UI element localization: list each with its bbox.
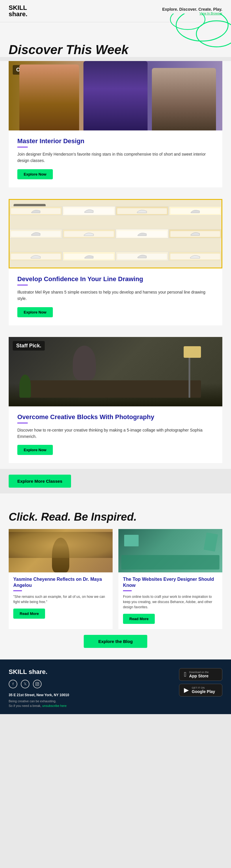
blog-card-2-read-more[interactable]: Read More [123, 614, 155, 624]
section1-underline [17, 147, 28, 148]
section3-underline [17, 423, 28, 424]
grid-cell [9, 229, 62, 238]
blog-card-1-quote: "She remains such an example, for all of… [13, 594, 108, 604]
footer-text-2: So if you need a break, unsubscribe here [9, 704, 179, 708]
footer-logo: SKILL share. [9, 668, 179, 676]
instagram-icon[interactable] [33, 680, 42, 688]
footer-social: f 𝕏 [9, 680, 179, 688]
explore-more-button[interactable]: Explore More Classes [9, 475, 71, 488]
section3-block: Overcome Creative Blocks With Photograph… [9, 406, 222, 463]
section1-block: Master Interior Design Join designer Emi… [9, 130, 222, 187]
section2-image: Staff Pick. [9, 199, 222, 269]
grid-cell [169, 229, 222, 238]
blog-image-designer [118, 529, 222, 572]
blog-card-1-content: Yasmine Cheyenne Reflects on Dr. Maya An… [9, 572, 113, 624]
section3-desc: Discover how to re-center your creative … [17, 427, 214, 440]
footer: SKILL share. f 𝕏 35 E 21st Street, New Y… [0, 659, 231, 714]
section1-image-wrapper: Original [0, 61, 231, 130]
blog-image-yasmine [9, 529, 113, 572]
app-store-text: Download on the App Store [189, 671, 209, 678]
section1-cta-button[interactable]: Explore Now [17, 169, 53, 179]
blog-card-1-read-more[interactable]: Read More [13, 609, 45, 619]
google-play-icon: ▶ [184, 686, 189, 694]
blog-card-1: Yasmine Cheyenne Reflects on Dr. Maya An… [9, 529, 113, 629]
svg-point-4 [36, 683, 38, 685]
blog-card-2-desc: From online tools to craft your work to … [123, 594, 218, 610]
section1-title: Master Interior Design [17, 137, 214, 145]
grid-cell [63, 229, 115, 238]
google-play-button[interactable]: ▶ GET IT ON Google Play [179, 684, 222, 696]
google-play-text: GET IT ON Google Play [192, 686, 215, 694]
blog-card-1-underline [13, 590, 22, 591]
explore-blog-button[interactable]: Explore the Blog [84, 635, 147, 648]
logo: SKILL share. [9, 5, 28, 18]
section2-image-wrapper: Staff Pick. [0, 199, 231, 269]
grid-cell [63, 206, 115, 215]
blog-card-2: The Top Websites Every Designer Should K… [118, 529, 222, 629]
section3-image-wrapper: Staff Pick. [0, 337, 231, 406]
blog-card-2-content: The Top Websites Every Designer Should K… [118, 572, 222, 629]
section2-content: Develop Confidence In Your Line Drawing … [0, 269, 231, 331]
header-tagline: Explore. Discover. Create. Play. [162, 7, 222, 11]
twitter-icon[interactable]: 𝕏 [21, 680, 30, 688]
svg-point-2 [170, 13, 205, 30]
grid-cell [116, 206, 168, 215]
blog-card-2-underline [123, 590, 132, 591]
blog-card-1-title: Yasmine Cheyenne Reflects on Dr. Maya An… [13, 577, 108, 589]
svg-point-0 [176, 13, 228, 41]
grid-cell [116, 252, 168, 261]
grid-cell [169, 206, 222, 215]
section3-badge: Staff Pick. [13, 341, 45, 350]
decorative-circles [0, 22, 231, 40]
section1-desc: Join designer Emily Henderson's favorite… [17, 151, 214, 164]
svg-point-1 [196, 21, 231, 47]
footer-address: 35 E 21st Street, New York, NY 10010 [9, 693, 179, 697]
blog-section: Click. Read. Be Inspired. Yasmine Cheyen… [0, 502, 231, 659]
blog-card-2-title: The Top Websites Every Designer Should K… [123, 577, 218, 589]
footer-text-1: Being creative can be exhausting. [9, 699, 179, 704]
section2-cta-button[interactable]: Explore Now [17, 307, 53, 317]
svg-rect-3 [36, 682, 39, 686]
section1-image: Original [9, 61, 222, 130]
grid-cell [116, 229, 168, 238]
blog-grid: Yasmine Cheyenne Reflects on Dr. Maya An… [9, 529, 222, 629]
section3-image: Staff Pick. [9, 337, 222, 406]
section3-content: Overcome Creative Blocks With Photograph… [0, 406, 231, 469]
section3-cta-button[interactable]: Explore Now [17, 445, 53, 455]
app-store-button[interactable]:  Download on the App Store [179, 668, 222, 681]
grid-cell [9, 206, 62, 215]
section2-title: Develop Confidence In Your Line Drawing [17, 275, 214, 283]
blog-title: Click. Read. Be Inspired. [9, 511, 222, 523]
footer-left: SKILL share. f 𝕏 35 E 21st Street, New Y… [9, 668, 179, 708]
section2-block: Develop Confidence In Your Line Drawing … [9, 269, 222, 326]
svg-point-5 [38, 683, 38, 683]
app-buttons:  Download on the App Store ▶ GET IT ON … [179, 668, 222, 696]
unsubscribe-link[interactable]: unsubscribe here [42, 704, 67, 708]
grid-cell [63, 252, 115, 261]
grid-cell [9, 252, 62, 261]
facebook-icon[interactable]: f [9, 680, 17, 688]
apple-icon:  [184, 671, 186, 678]
section2-underline [17, 285, 28, 285]
section2-desc: Illustrator Mel Rye shares 5 simple exer… [17, 289, 214, 302]
section1-content: Master Interior Design Join designer Emi… [0, 130, 231, 193]
grid-cell [169, 252, 222, 261]
section3-title: Overcome Creative Blocks With Photograph… [17, 413, 214, 421]
footer-bottom: SKILL share. f 𝕏 35 E 21st Street, New Y… [9, 668, 222, 708]
